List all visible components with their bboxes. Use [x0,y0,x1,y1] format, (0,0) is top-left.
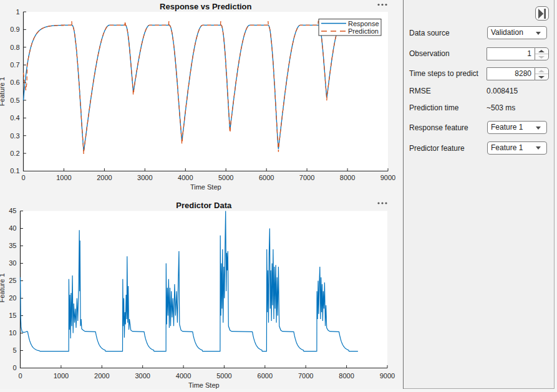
svg-text:10: 10 [9,329,16,337]
svg-text:30: 30 [9,259,16,267]
svg-text:0: 0 [18,372,22,380]
svg-text:0.6: 0.6 [10,79,19,86]
svg-text:6000: 6000 [259,174,274,181]
svg-text:Time Step: Time Step [188,381,220,389]
svg-text:Predictor Data: Predictor Data [176,201,232,210]
svg-text:1000: 1000 [54,372,69,380]
svg-text:5000: 5000 [218,174,233,181]
svg-text:0: 0 [21,174,25,181]
svg-text:1000: 1000 [56,174,71,181]
svg-text:0.8: 0.8 [10,44,19,51]
svg-text:5: 5 [12,347,16,354]
svg-text:9000: 9000 [380,174,395,181]
svg-text:4000: 4000 [178,174,193,181]
svg-text:40: 40 [9,224,16,232]
svg-text:0.4: 0.4 [10,114,19,122]
svg-text:0.3: 0.3 [10,132,19,140]
svg-text:0.5: 0.5 [10,97,19,104]
svg-text:2000: 2000 [97,174,112,181]
svg-text:1: 1 [16,8,19,16]
svg-text:Prediction: Prediction [348,27,379,35]
svg-text:0.1: 0.1 [10,167,19,174]
svg-text:0.9: 0.9 [10,26,19,33]
svg-text:6000: 6000 [258,372,273,380]
svg-text:8000: 8000 [339,372,354,380]
svg-text:8000: 8000 [340,174,355,181]
svg-text:0.7: 0.7 [10,61,19,69]
svg-text:7000: 7000 [298,372,313,380]
svg-text:35: 35 [9,242,16,249]
svg-text:45: 45 [9,207,16,214]
svg-text:25: 25 [9,277,16,284]
svg-text:3000: 3000 [135,372,150,380]
svg-text:Feature 1: Feature 1 [0,273,6,302]
svg-text:4000: 4000 [176,372,191,380]
svg-text:0.2: 0.2 [10,150,19,157]
svg-text:3000: 3000 [137,174,152,181]
svg-text:20: 20 [9,294,16,302]
svg-text:15: 15 [9,312,16,319]
svg-text:5000: 5000 [216,372,231,380]
svg-text:Response: Response [348,20,379,27]
svg-text:2000: 2000 [94,372,109,380]
svg-text:Response vs Prediction: Response vs Prediction [160,2,251,11]
svg-text:7000: 7000 [299,174,314,181]
svg-text:9000: 9000 [380,372,395,380]
svg-text:0: 0 [12,364,16,371]
svg-text:Feature 1: Feature 1 [0,77,6,106]
svg-text:Time Step: Time Step [190,183,221,191]
